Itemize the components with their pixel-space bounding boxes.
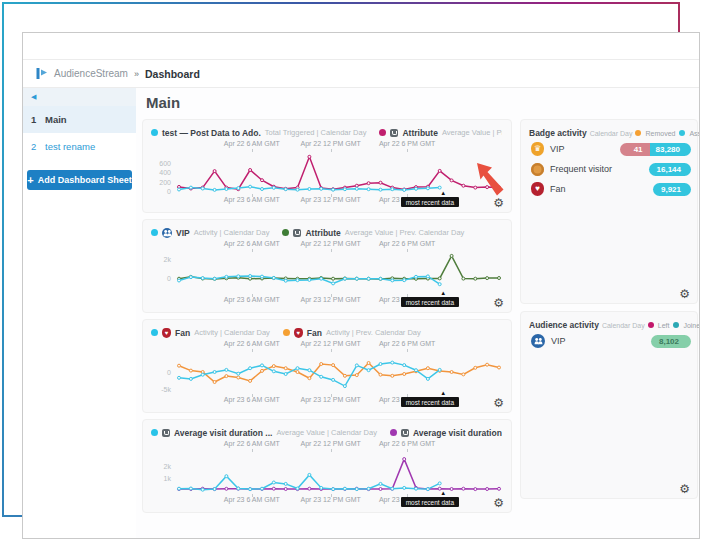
x-axis-label: Apr 22 6 PM GMT [379,140,435,147]
legend-meta: Activity | Calendar Day [194,328,270,337]
breadcrumb-app[interactable]: AudienceStream [54,68,128,79]
gear-icon[interactable]: ⚙ [679,483,690,495]
x-axis-label: Apr 22 12 PM GMT [300,240,360,247]
plus-icon: + [27,175,33,186]
breadcrumb-page: Dashboard [145,68,200,80]
sheet-number: 1 [31,114,45,125]
chart-panel-1: test — Post Data to Ado.Total Triggered … [142,119,512,213]
legend-dot [648,322,654,328]
most-recent-marker-icon: ▲ [440,490,446,496]
gear-icon[interactable]: ⚙ [493,197,504,209]
activity-panels: Badge activityCalendar DayRemovedAssigne… [520,119,698,519]
x-axis-label: Apr 22 6 AM GMT [224,140,280,147]
badge-label: VIP [550,144,565,154]
gear-icon[interactable]: ⚙ [493,397,504,409]
y-axis: 6004002000 [151,151,175,195]
add-dashboard-sheet-button[interactable]: + Add Dashboard Sheet [27,170,132,190]
x-axis-top: Apr 22 6 AM GMTApr 22 12 PM GMTApr 22 6 … [151,439,502,451]
legend-title: Fan [175,328,190,338]
legend-dot [635,130,641,136]
x-axis-tick [252,249,253,252]
chart-legend: ♥FanActivity | Calendar Day♥FanActivity … [151,326,502,339]
legend-dot [679,130,685,136]
vip-audience-icon [162,228,172,238]
x-axis-bottom: Apr 23 6 AM GMTApr 23 12 PM GMTApr 23 6 … [151,195,502,208]
chart-panel-3: ♥FanActivity | Calendar Day♥FanActivity … [142,319,512,413]
chart-panels: test — Post Data to Ado.Total Triggered … [142,119,512,519]
panel-legend: RemovedAssigned [635,130,700,137]
badge-row-fan: ♥Fan9,921 [521,180,697,198]
y-axis-label: 0 [167,369,171,376]
most-recent-tooltip: most recent data [401,197,459,207]
x-axis-label: Apr 23 6 AM GMT [224,396,280,403]
x-axis-tick [331,249,332,252]
panel-subtitle: Calendar Day [602,322,645,329]
legend-meta: Total Triggered | Calendar Day [265,128,367,137]
legend-dot [151,329,158,336]
x-axis-tick [252,449,253,452]
x-axis-tick [252,349,253,352]
legend-label: Removed [645,130,675,137]
legend-dot [151,429,158,436]
chart-plot-row: 0-5k [151,351,502,395]
app-header: AudienceStream » Dashboard [23,59,699,88]
legend-label: Joined [683,322,700,329]
fan-badge-icon: ♥ [531,182,544,196]
assigned-count-pill: 83,280 [650,143,691,156]
x-axis-label: Apr 22 6 PM GMT [379,440,435,447]
gear-icon[interactable]: ⚙ [679,288,690,300]
x-axis-top: Apr 22 6 AM GMTApr 22 12 PM GMTApr 22 6 … [151,339,502,351]
most-recent-marker-icon: ▲ [440,290,446,296]
panel-subtitle: Calendar Day [590,130,633,137]
chart-plot-row: 2k0 [151,251,502,295]
vip-badge-icon: ♛ [531,142,544,156]
panel-legend: LeftJoined [648,322,700,329]
sidebar-item-main[interactable]: 1Main [23,106,136,133]
x-axis-tick [331,449,332,452]
x-axis-tick [407,349,408,352]
audience-row-vip: VIP8,102 [521,332,697,350]
sheet-number: 2 [31,141,45,152]
legend-label: Left [658,322,670,329]
legend-meta: Average Value | Prev. Calendar Day [442,128,502,137]
legend-meta: Activity | Prev. Calendar Day [326,328,421,337]
add-dashboard-sheet-label: Add Dashboard Sheet [38,175,132,185]
badge-label: Fan [550,184,566,194]
assigned-count-pill: 16,144 [649,163,691,176]
chart-legend: VIPActivity | Calendar DayAttributeAvera… [151,226,502,239]
badge-values: 4183,280 [620,143,691,156]
y-axis-label: 200 [159,179,171,186]
chart-legend: test — Post Data to Ado.Total Triggered … [151,126,502,139]
x-axis-bottom: Apr 23 6 AM GMTApr 23 12 PM GMTApr 23 6 … [151,295,502,308]
legend-title: Average visit duration ... [174,428,272,438]
panel-title: Badge activity [529,128,587,138]
x-axis-label: Apr 22 6 AM GMT [224,240,280,247]
sidebar-collapse-bar[interactable]: ◀ [23,88,136,106]
attribute-icon [401,429,409,437]
page-title: Main [146,94,699,111]
x-axis-tick [252,149,253,152]
removed-count-pill: 41 [620,143,650,156]
y-axis-label: 400 [159,169,171,176]
legend-title: Attribute [402,128,437,138]
y-axis-label: 1k [164,475,171,482]
y-axis-label: -5k [161,386,171,393]
x-axis-label: Apr 22 6 AM GMT [224,440,280,447]
y-axis-label: 0 [167,188,171,195]
legend-label: Assigned [689,130,700,137]
attribute-icon [293,229,301,237]
y-axis: 0-5k [151,351,175,395]
legend-dot [151,229,158,236]
sidebar-item-test-rename[interactable]: 2test rename [23,133,136,160]
x-axis-tick [407,249,408,252]
gear-icon[interactable]: ⚙ [493,297,504,309]
gear-icon[interactable]: ⚙ [493,497,504,509]
x-axis-label: Apr 22 12 PM GMT [300,440,360,447]
legend-meta: Average Value | Prev. Calendar Day [345,228,465,237]
legend-dot [390,429,397,436]
audience-values: 8,102 [651,335,691,348]
badge-activity-panel: Badge activityCalendar DayRemovedAssigne… [520,119,698,304]
audience-activity-panel-header: Audience activityCalendar DayLeftJoined [521,312,697,330]
collapse-icon[interactable]: ◀ [31,93,36,101]
legend-meta: Activity | Calendar Day [194,228,270,237]
